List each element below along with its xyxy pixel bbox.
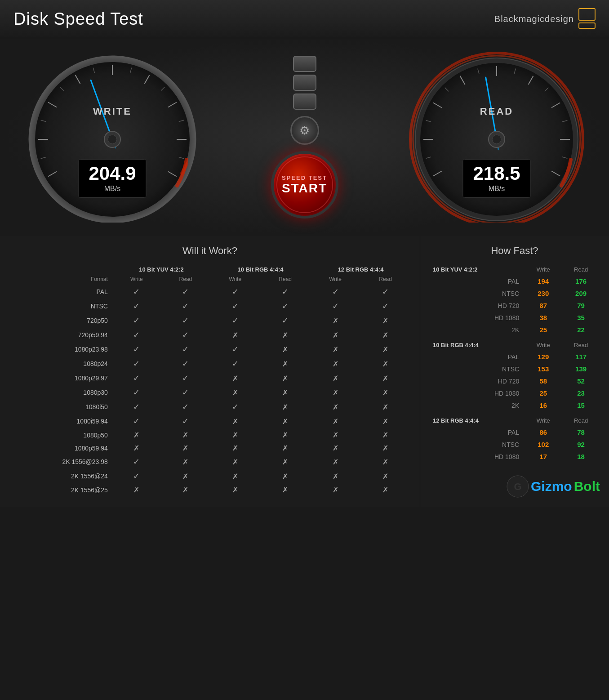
check-cell: ✗	[161, 441, 210, 455]
write-col-header: Write	[525, 339, 562, 351]
group-label-cell: 10 Bit RGB 4:4:4	[429, 339, 525, 351]
check-cell: ✗	[210, 483, 260, 496]
check-cell: ✗	[360, 428, 411, 441]
check-cell: ✗	[210, 455, 260, 469]
how-fast-read: 23	[562, 387, 600, 399]
check-cell: ✗	[260, 342, 311, 357]
check-cell: ✗	[360, 469, 411, 483]
check-cell: ✗	[112, 428, 161, 441]
how-fast-write: 38	[525, 312, 562, 324]
speed-test-start-button[interactable]: SPEED TEST START	[271, 151, 338, 218]
check-cell: ✗	[311, 342, 360, 357]
check-cell: ✗	[260, 455, 311, 469]
check-cell: ✗	[311, 357, 360, 371]
how-fast-row: 2K 25 22	[429, 324, 600, 336]
brand-area: Blackmagicdesign	[494, 8, 596, 30]
how-fast-format: PAL	[429, 275, 525, 287]
check-cell: ✗	[161, 428, 210, 441]
check-cell: ✗	[260, 414, 311, 428]
check-cell: ✓	[210, 357, 260, 371]
format-cell: 720p50	[9, 313, 112, 328]
write-gauge: WRITE 204.9 MB/s	[18, 52, 207, 223]
how-fast-table: 10 Bit YUV 4:2:2 Write Read PAL 194 176 …	[429, 264, 600, 466]
table-row: 720p50✓✓✓✓✗✗	[9, 313, 411, 328]
how-fast-write: 230	[525, 287, 562, 299]
check-cell: ✗	[210, 428, 260, 441]
check-cell: ✓	[161, 357, 210, 371]
blackmagic-icon	[578, 8, 596, 30]
check-cell: ✓	[260, 313, 311, 328]
how-fast-write: 86	[525, 426, 562, 438]
format-cell: 1080p50	[9, 428, 112, 441]
check-cell: ✗	[260, 385, 311, 400]
write-unit: MB/s	[89, 185, 136, 193]
check-cell: ✓	[260, 285, 311, 299]
segment-btn-1[interactable]	[293, 56, 316, 72]
check-cell: ✗	[360, 357, 411, 371]
format-cell: NTSC	[9, 299, 112, 313]
check-cell: ✗	[260, 371, 311, 385]
check-cell: ✓	[161, 385, 210, 400]
check-cell: ✓	[112, 455, 161, 469]
table-row: 720p59.94✓✓✗✗✗✗	[9, 328, 411, 342]
how-fast-write: 16	[525, 399, 562, 411]
watermark: G GizmoBolt	[429, 475, 600, 498]
how-fast-write: 58	[525, 375, 562, 387]
table-row: 1080p23.98✓✓✓✗✗✗	[9, 342, 411, 357]
segment-btn-2[interactable]	[293, 75, 316, 91]
rgb12-write-header: Write	[311, 274, 360, 285]
app-header: Disk Speed Test Blackmagicdesign	[0, 0, 609, 38]
settings-gear-button[interactable]: ⚙	[290, 116, 319, 145]
how-fast-format: HD 1080	[429, 387, 525, 399]
gizmo-text: Gizmo	[531, 479, 572, 494]
check-cell: ✗	[112, 441, 161, 455]
check-cell: ✗	[311, 328, 360, 342]
table-row: PAL✓✓✓✓✓✓	[9, 285, 411, 299]
how-fast-heading: How Fast?	[429, 245, 600, 257]
check-cell: ✓	[112, 328, 161, 342]
check-cell: ✗	[161, 469, 210, 483]
check-cell: ✗	[360, 328, 411, 342]
check-cell: ✗	[260, 357, 311, 371]
table-row: NTSC✓✓✓✓✓✓	[9, 299, 411, 313]
table-row: 2K 1556@25✗✗✗✗✗✗	[9, 483, 411, 496]
check-cell: ✗	[210, 441, 260, 455]
how-fast-row: PAL 129 117	[429, 351, 600, 363]
svg-text:G: G	[514, 481, 521, 492]
center-controls: ⚙ SPEED TEST START	[271, 56, 338, 218]
how-fast-row: HD 1080 17 18	[429, 450, 600, 463]
yuv-header: 10 Bit YUV 4:2:2	[112, 264, 210, 274]
check-cell: ✗	[311, 469, 360, 483]
read-col-header: Read	[562, 415, 600, 426]
how-fast-read: 209	[562, 287, 600, 299]
bolt-text: Bolt	[574, 479, 600, 494]
how-fast-read: 15	[562, 399, 600, 411]
how-fast-write: 25	[525, 387, 562, 399]
check-cell: ✓	[112, 313, 161, 328]
check-cell: ✓	[360, 285, 411, 299]
how-fast-format: NTSC	[429, 438, 525, 450]
svg-point-47	[492, 135, 501, 144]
data-section: Will it Work? 10 Bit YUV 4:2:2 10 Bit RG…	[0, 236, 609, 507]
how-fast-row: 2K 16 15	[429, 399, 600, 411]
read-gauge: READ 218.5 MB/s	[402, 52, 591, 223]
how-fast-read: 176	[562, 275, 600, 287]
how-fast-format: 2K	[429, 399, 525, 411]
segment-btn-3[interactable]	[293, 94, 316, 110]
how-fast-write: 194	[525, 275, 562, 287]
how-fast-row: NTSC 230 209	[429, 287, 600, 299]
format-cell: PAL	[9, 285, 112, 299]
how-fast-row: HD 720 87 79	[429, 299, 600, 312]
group-label-cell: 12 Bit RGB 4:4:4	[429, 415, 525, 426]
format-cell: 1080p23.98	[9, 342, 112, 357]
check-cell: ✗	[210, 328, 260, 342]
table-row: 1080p24✓✓✓✗✗✗	[9, 357, 411, 371]
check-cell: ✗	[161, 455, 210, 469]
check-cell: ✓	[210, 342, 260, 357]
table-row: 1080p29.97✓✓✗✗✗✗	[9, 371, 411, 385]
how-fast-read: 78	[562, 426, 600, 438]
format-cell: 1080p29.97	[9, 371, 112, 385]
how-fast-format: 2K	[429, 324, 525, 336]
format-col-header: Format	[9, 274, 112, 285]
table-row: 2K 1556@23.98✓✗✗✗✗✗	[9, 455, 411, 469]
